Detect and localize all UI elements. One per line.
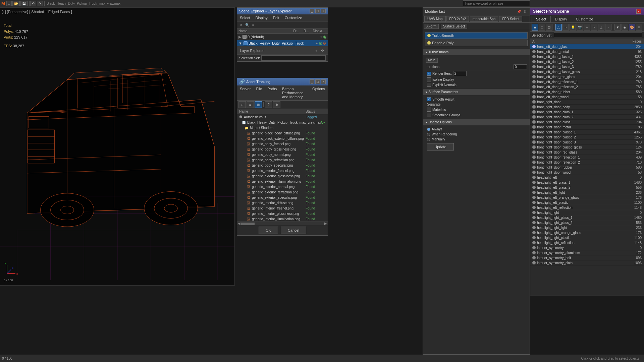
render-iters-input[interactable] [453,71,467,76]
object-list-scroll[interactable]: front_left_door_glass 204 front_left_doo… [530,44,644,296]
asset-item-vault[interactable]: 🏛 Autodesk Vault Logged... [237,114,328,120]
materials-checkbox[interactable] [427,108,431,112]
layer-visible-icon-1[interactable]: ◉ [323,35,326,39]
sfs-invert-btn[interactable]: ⊡ [546,24,552,31]
asset-item-12[interactable]: 🖼 generic_exterior_illumination.png Foun… [237,179,328,184]
se-close-icon[interactable]: × [238,22,244,27]
asset-item-7[interactable]: 🖼 generic_body_normal.png Found [237,152,328,157]
sfs-tab-customize[interactable]: Customize [572,16,598,22]
se-menu-customize[interactable]: Customize [282,15,305,20]
obj-item-1[interactable]: front_left_door_metal 96 [530,49,644,54]
obj-item-8[interactable]: front_left_door_reflection_2 785 [530,84,644,89]
mod-tab-select[interactable]: FPD Select [499,16,522,22]
obj-item-9[interactable]: front_left_door_rubber 580 [530,89,644,95]
render-iters-checkbox[interactable]: ✓ [427,72,431,76]
asset-item-maps-folder[interactable]: 📁 Maps / Shaders [237,125,328,130]
obj-item-41[interactable]: interior_symmetry_aluminum 172 [530,250,644,255]
asset-ok-btn[interactable]: OK [259,227,278,234]
asset-minimize[interactable]: _ [310,79,314,84]
obj-item-35[interactable]: headlight_right_glass_2 556 [530,220,644,225]
obj-item-34[interactable]: headlight_right_glass_1 1480 [530,215,644,220]
explicit-normals-checkbox[interactable] [427,83,431,87]
scroll-left-btn[interactable]: ◀ [238,222,240,225]
asset-item-13[interactable]: 🖼 generic_exterior_normal.png Found [237,184,328,189]
at-tool-help[interactable]: ? [265,101,272,108]
at-menu-bitmap[interactable]: Bitmap Performance and Memory [279,86,310,100]
asset-item-9[interactable]: 🖼 generic_body_specular.png Found [237,163,328,168]
asset-item-5[interactable]: 🖼 generic_body_fresnel.png Found [237,141,328,146]
obj-item-13[interactable]: front_right_door_cloth_1 325 [530,110,644,115]
sfs-particles-btn[interactable]: · [605,24,611,31]
asset-list-scroll[interactable]: 🏛 Autodesk Vault Logged... 📄 Black_Heavy… [237,114,328,222]
prop-pin-icon[interactable]: 📌 [516,9,522,14]
obj-item-36[interactable]: headlight_right_light 236 [530,225,644,230]
obj-item-32[interactable]: headlight_left_reflection 1148 [530,205,644,210]
at-menu-file[interactable]: File [253,86,265,100]
obj-item-31[interactable]: headlight_left_plastic 1100 [530,200,644,205]
sfs-layer-btn[interactable]: ≡ [636,24,642,31]
mod-tab-sph[interactable]: renderable Sph [470,16,498,22]
se-search-icon[interactable]: 🔍 [245,22,250,27]
selection-set-input[interactable] [261,55,326,61]
layer-add-icon[interactable]: + [314,48,319,53]
obj-item-12[interactable]: front_right_door_body 2850 [530,105,644,110]
obj-item-37[interactable]: headlight_right_orange_glass 176 [530,230,644,235]
at-tool-refresh[interactable]: ↻ [273,101,280,108]
asset-item-16[interactable]: 🖼 generic_interior_diffuse.png Found [237,200,328,205]
asset-item-4[interactable]: 🖼 generic_black_exterior_diffuse.png Fou… [237,136,328,141]
mod-tab-uvw[interactable]: UVW Map [424,16,446,22]
asset-item-6[interactable]: 🖼 generic_body_glossiness.png Found [237,146,328,152]
asset-restore[interactable]: □ [315,79,320,84]
obj-item-30[interactable]: headlight_left_orange_glass 176 [530,195,644,200]
at-tool-1[interactable]: □ [238,101,246,108]
asset-close[interactable]: × [321,79,326,84]
obj-item-33[interactable]: headlight_right 0 [530,210,644,215]
obj-item-20[interactable]: front_right_door_plastic_gloss 124 [530,145,644,150]
sfs-tab-display[interactable]: Display [551,16,572,22]
mod-tab-fpd[interactable]: FPD 2x2x2 [446,16,469,22]
asset-item-17[interactable]: 🖼 generic_interior_fresnel.png Found [237,205,328,211]
scroll-thumb[interactable] [241,223,255,225]
layer-settings-icon[interactable]: ⚙ [323,41,326,46]
sfs-helpers-btn[interactable]: + [584,24,590,31]
smooth-result-checkbox[interactable]: ✓ [427,97,431,101]
sfs-cameras-btn[interactable]: 📷 [577,24,583,31]
obj-item-6[interactable]: front_left_door_red_glass 204 [530,74,644,79]
asset-item-15[interactable]: 🖼 generic_exterior_specular.png Found [237,195,328,200]
obj-item-11[interactable]: front_right_door 0 [530,100,644,105]
ts-main-btn[interactable]: Main [426,58,438,63]
new-btn[interactable]: □ [6,1,12,6]
obj-item-22[interactable]: front_right_door_reflection_1 439 [530,155,644,160]
search-input[interactable] [463,0,530,6]
obj-item-43[interactable]: interior_symmetry_cloth 1096 [530,260,644,265]
undo-btn[interactable]: ↶ [30,1,36,6]
sfs-shapes-btn[interactable]: ○ [562,24,569,31]
obj-item-29[interactable]: headlight_left_light 236 [530,190,644,195]
at-menu-server[interactable]: Server [237,86,253,100]
smoothing-groups-checkbox[interactable] [427,113,431,117]
obj-item-28[interactable]: headlight_left_glass_2 556 [530,185,644,190]
obj-item-18[interactable]: front_right_door_plastic_2 1255 [530,135,644,140]
surface-params-section-header[interactable]: Surface Parameters [423,89,530,95]
redo-btn[interactable]: ↷ [37,1,43,6]
layer-item-default[interactable]: ▶ 0 (default) ✦ ◉ [237,34,328,40]
obj-item-42[interactable]: interior_symmetry_belt 896 [530,255,644,260]
sfs-close-btn[interactable]: × [636,9,641,14]
asset-item-19[interactable]: 🖼 generic_interior_illumination.png Foun… [237,216,328,222]
obj-item-17[interactable]: front_right_door_plastic_1 4361 [530,130,644,135]
obj-item-27[interactable]: headlight_left_glass_1 1480 [530,180,644,185]
asset-cancel-btn[interactable]: Cancel [281,227,306,234]
open-btn[interactable]: 📂 [12,1,20,6]
obj-item-19[interactable]: front_right_door_plastic_3 973 [530,140,644,145]
prop-settings-icon[interactable]: ⚙ [522,9,528,14]
sfs-filter-btn[interactable]: ▼ [614,24,621,31]
obj-item-25[interactable]: front_right_door_wood 58 [530,170,644,175]
turbosmooth-section-header[interactable]: TurboSmooth [423,49,530,55]
scene-explorer-close[interactable]: × [321,9,326,13]
se-menu-display[interactable]: Display [253,15,270,20]
surface-select-btn[interactable]: Surface Select [441,24,467,29]
obj-item-38[interactable]: headlight_right_plastic 1100 [530,235,644,240]
obj-item-14[interactable]: front_right_door_cloth_2 437 [530,115,644,120]
obj-item-2[interactable]: front_left_door_plastic_1 4383 [530,54,644,59]
obj-item-4[interactable]: front_left_door_plastic_3 1789 [530,64,644,69]
